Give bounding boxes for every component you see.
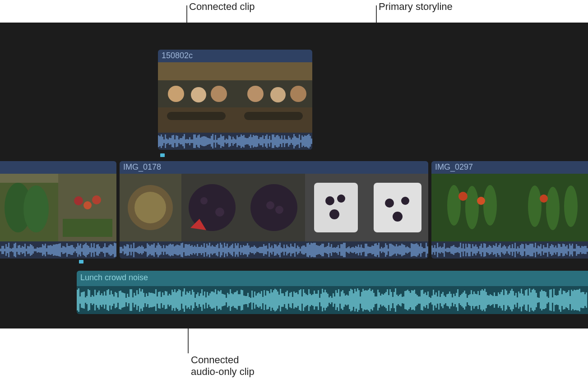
svg-point-43 xyxy=(401,197,409,205)
svg-point-34 xyxy=(275,206,283,214)
connected-clip[interactable]: 150802c xyxy=(158,50,312,150)
svg-point-55 xyxy=(540,194,548,203)
svg-point-46 xyxy=(447,185,461,226)
clip-thumbstrip xyxy=(158,62,312,133)
svg-rect-17 xyxy=(0,174,58,183)
clip-thumbstrip xyxy=(120,174,428,241)
svg-point-53 xyxy=(546,187,560,230)
waveform xyxy=(77,286,588,314)
svg-point-21 xyxy=(92,195,101,204)
svg-point-3 xyxy=(168,86,184,102)
waveform xyxy=(431,241,588,259)
annotation-line-1: Connected xyxy=(191,354,255,366)
annotation-audio-only-clip: Connected audio-only clip xyxy=(191,354,255,378)
svg-rect-22 xyxy=(63,219,112,237)
clip-audio-track xyxy=(158,133,312,150)
connection-stub xyxy=(79,260,83,264)
clip-audio-track xyxy=(120,241,428,259)
svg-point-38 xyxy=(337,194,345,203)
svg-point-37 xyxy=(325,196,334,205)
thumbnail-frame xyxy=(243,174,305,241)
primary-clip[interactable]: IMG_0297 xyxy=(431,161,588,259)
primary-clip[interactable]: IMG_0178 xyxy=(120,161,428,259)
svg-point-25 xyxy=(134,192,166,223)
annotation-line-2: audio-only clip xyxy=(191,366,255,378)
connected-audio-clip[interactable]: Lunch crowd noise xyxy=(77,271,588,314)
thumbnail-frame xyxy=(367,174,428,241)
svg-point-49 xyxy=(458,192,468,201)
thumbnail-frame xyxy=(510,174,588,241)
svg-point-29 xyxy=(215,208,224,217)
clip-thumbstrip xyxy=(431,174,588,241)
svg-point-39 xyxy=(329,209,339,219)
clip-label xyxy=(0,161,116,174)
svg-point-19 xyxy=(74,196,83,205)
svg-point-54 xyxy=(564,185,578,227)
clip-audio-track xyxy=(431,241,588,259)
thumbnail-frame xyxy=(181,174,243,241)
annotation-primary-storyline: Primary storyline xyxy=(379,1,453,13)
svg-point-28 xyxy=(200,197,208,204)
clip-label: 150802c xyxy=(158,50,312,62)
svg-point-48 xyxy=(483,185,497,226)
svg-point-5 xyxy=(211,86,227,102)
svg-point-42 xyxy=(385,199,394,208)
primary-clip[interactable] xyxy=(0,161,116,259)
svg-point-44 xyxy=(393,212,403,222)
svg-point-11 xyxy=(270,87,286,102)
svg-point-4 xyxy=(191,87,206,102)
waveform xyxy=(158,133,312,150)
clip-audio-track xyxy=(0,241,116,259)
svg-point-50 xyxy=(477,197,485,205)
thumbnail-frame xyxy=(0,174,58,241)
annotation-connected-clip: Connected clip xyxy=(189,1,255,13)
svg-point-47 xyxy=(465,186,479,229)
clip-label: IMG_0178 xyxy=(120,161,428,174)
clip-label: IMG_0297 xyxy=(431,161,588,174)
svg-rect-1 xyxy=(158,62,235,80)
svg-point-20 xyxy=(83,201,92,209)
svg-point-16 xyxy=(23,185,49,232)
thumbnail-frame xyxy=(431,174,510,241)
waveform xyxy=(0,241,116,259)
thumbnail-frame xyxy=(235,62,312,133)
svg-rect-13 xyxy=(244,112,303,120)
svg-point-12 xyxy=(290,86,306,102)
svg-point-52 xyxy=(528,185,542,227)
svg-point-32 xyxy=(250,184,297,231)
clip-audio-track xyxy=(77,286,588,314)
svg-point-10 xyxy=(247,86,264,102)
clip-thumbstrip xyxy=(0,174,116,241)
svg-point-33 xyxy=(266,201,274,209)
svg-rect-36 xyxy=(314,183,358,232)
svg-rect-8 xyxy=(235,62,312,80)
thumbnail-frame xyxy=(158,62,235,133)
svg-rect-6 xyxy=(167,112,226,120)
clip-label: Lunch crowd noise xyxy=(77,271,588,286)
svg-rect-41 xyxy=(374,183,421,232)
thumbnail-frame xyxy=(58,174,116,241)
connection-stub xyxy=(160,153,165,157)
thumbnail-frame xyxy=(120,174,181,241)
thumbnail-frame xyxy=(305,174,367,241)
waveform xyxy=(120,241,428,259)
